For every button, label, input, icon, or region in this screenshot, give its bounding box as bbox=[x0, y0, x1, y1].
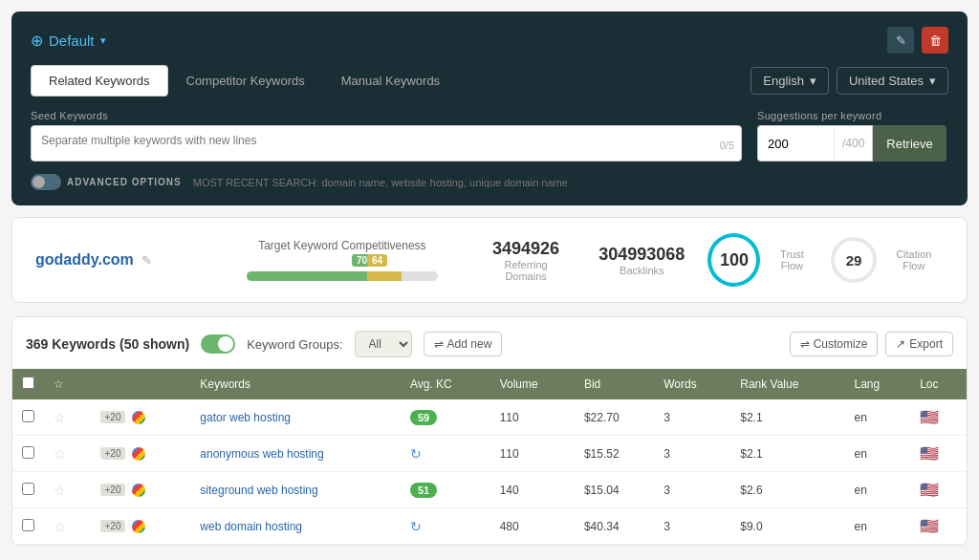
seed-counter: 0/5 bbox=[720, 140, 734, 151]
row-bid-cell: $40.34 bbox=[575, 508, 654, 545]
keyword-link[interactable]: anonymous web hosting bbox=[200, 447, 323, 461]
avg-kc-badge: 51 bbox=[410, 483, 437, 498]
row-loc-cell: 🇺🇸 bbox=[910, 508, 967, 545]
suggestions-label: Suggestions per keyword bbox=[757, 110, 948, 121]
row-lang-cell: en bbox=[845, 399, 911, 436]
citation-flow-label: Citation Flow bbox=[884, 248, 944, 271]
keyword-link[interactable]: gator web hosting bbox=[200, 411, 291, 424]
language-caret: ▾ bbox=[810, 74, 816, 88]
tab-manual-keywords[interactable]: Manual Keywords bbox=[323, 65, 458, 97]
header-loc: Loc bbox=[910, 369, 967, 399]
default-label: Default bbox=[49, 32, 95, 49]
star-icon[interactable]: ☆ bbox=[54, 410, 66, 425]
domain-panel: godaddy.com ✎ Target Keyword Competitive… bbox=[11, 217, 968, 303]
row-bid-cell: $15.04 bbox=[575, 472, 654, 508]
add-new-button[interactable]: ⇌ Add new bbox=[424, 332, 503, 356]
row-checkbox[interactable] bbox=[22, 446, 34, 459]
default-menu-button[interactable]: ⊕ Default ▾ bbox=[31, 32, 106, 50]
header-rank-value: Rank Value bbox=[730, 369, 844, 399]
country-selector[interactable]: United States ▾ bbox=[837, 67, 948, 95]
customize-label: Customize bbox=[814, 337, 868, 351]
row-checkbox[interactable] bbox=[22, 410, 34, 422]
keyword-groups-select[interactable]: All bbox=[355, 331, 412, 357]
row-lang-cell: en bbox=[845, 508, 911, 545]
tab-related-keywords[interactable]: Related Keywords bbox=[31, 65, 168, 97]
row-loc-cell: 🇺🇸 bbox=[910, 472, 967, 508]
domain-name: godaddy.com bbox=[35, 251, 134, 269]
row-volume-cell: 110 bbox=[490, 436, 575, 472]
row-checkbox[interactable] bbox=[22, 519, 34, 531]
header-actions: ✎ 🗑 bbox=[887, 27, 948, 54]
trust-flow-value: 100 bbox=[720, 250, 749, 270]
flag-icon: 🇺🇸 bbox=[920, 409, 939, 425]
suggestions-max: /400 bbox=[834, 125, 873, 162]
trust-flow-metric: 100 Trust Flow bbox=[707, 233, 816, 287]
seed-keywords-label: Seed Keywords bbox=[31, 110, 742, 121]
citation-flow-circle: 29 bbox=[831, 237, 876, 283]
keywords-count: 369 Keywords (50 shown) bbox=[26, 336, 189, 352]
backlinks-label: Backlinks bbox=[598, 265, 685, 276]
domain-edit-icon[interactable]: ✎ bbox=[141, 253, 152, 268]
select-all-checkbox[interactable] bbox=[22, 377, 34, 389]
add-new-icon: ⇌ bbox=[434, 337, 444, 351]
tag-badge: +20 bbox=[100, 447, 126, 460]
row-keyword-cell: siteground web hosting bbox=[190, 472, 401, 508]
row-words-cell: 3 bbox=[654, 399, 730, 436]
star-icon[interactable]: ☆ bbox=[54, 519, 66, 534]
row-rank-value-cell: $2.6 bbox=[730, 472, 844, 508]
retrieve-button[interactable]: Retrieve bbox=[873, 125, 946, 162]
edit-button[interactable]: ✎ bbox=[887, 27, 914, 54]
seed-keywords-input[interactable] bbox=[31, 125, 742, 162]
language-selector[interactable]: English ▾ bbox=[751, 67, 829, 95]
row-words-cell: 3 bbox=[654, 472, 730, 508]
keywords-table: ☆ Keywords Avg. KC Volume Bid Words Rank… bbox=[12, 369, 967, 545]
tab-competitor-keywords[interactable]: Competitor Keywords bbox=[168, 65, 323, 97]
flow-section: 100 Trust Flow 29 Citation Flow bbox=[707, 233, 944, 287]
advanced-toggle[interactable] bbox=[31, 174, 61, 190]
citation-flow-metric: 29 Citation Flow bbox=[831, 237, 944, 283]
keywords-section: 369 Keywords (50 shown) Keyword Groups: … bbox=[11, 316, 968, 546]
row-checkbox[interactable] bbox=[22, 483, 34, 495]
row-star-cell: ☆ bbox=[44, 472, 91, 508]
row-checkbox-cell bbox=[12, 508, 44, 545]
header-bid: Bid bbox=[575, 369, 654, 399]
suggestions-input[interactable] bbox=[757, 125, 834, 162]
row-tags-cell: +20 bbox=[91, 508, 191, 545]
referring-domains-label: Referring Domains bbox=[484, 259, 568, 282]
tabs-row: Related Keywords Competitor Keywords Man… bbox=[31, 65, 948, 97]
keyword-link[interactable]: web domain hosting bbox=[200, 520, 302, 533]
header-keywords: Keywords bbox=[190, 369, 401, 399]
export-label: Export bbox=[909, 337, 943, 351]
delete-button[interactable]: 🗑 bbox=[922, 27, 948, 54]
backlinks-metric: 304993068 Backlinks bbox=[598, 245, 685, 276]
table-row: ☆ +20 siteground web hosting 51 140 $15.… bbox=[12, 472, 967, 508]
tag-badge: +20 bbox=[100, 484, 126, 496]
row-words-cell: 3 bbox=[654, 508, 730, 545]
keyword-groups-label: Keyword Groups: bbox=[247, 337, 342, 352]
row-rank-value-cell: $2.1 bbox=[730, 399, 844, 436]
google-icon[interactable] bbox=[132, 484, 145, 497]
row-volume-cell: 480 bbox=[490, 508, 575, 545]
google-icon[interactable] bbox=[132, 411, 145, 424]
comp-bar-green bbox=[247, 271, 367, 281]
row-lang-cell: en bbox=[845, 436, 911, 472]
row-avg-kc-cell: ↻ bbox=[401, 436, 490, 472]
row-words-cell: 3 bbox=[654, 436, 730, 472]
customize-icon: ⇌ bbox=[800, 337, 810, 351]
customize-button[interactable]: ⇌ Customize bbox=[790, 332, 879, 356]
advanced-toggle-wrap: ADVANCED OPTIONS bbox=[31, 174, 182, 190]
referring-domains-value: 3494926 bbox=[484, 239, 568, 259]
google-icon[interactable] bbox=[132, 520, 145, 533]
row-checkbox-cell bbox=[12, 472, 44, 508]
keywords-toggle[interactable] bbox=[201, 334, 235, 354]
table-row: ☆ +20 gator web hosting 59 110 $22.70 3 … bbox=[12, 399, 967, 436]
row-avg-kc-cell: 59 bbox=[401, 399, 490, 436]
google-icon[interactable] bbox=[132, 447, 145, 461]
recent-search: MOST RECENT SEARCH: domain name, website… bbox=[193, 177, 568, 188]
tag-badge: +20 bbox=[100, 520, 126, 532]
star-icon[interactable]: ☆ bbox=[54, 483, 66, 498]
keyword-link[interactable]: siteground web hosting bbox=[200, 484, 317, 497]
star-icon[interactable]: ☆ bbox=[54, 446, 66, 462]
avg-kc-refresh-icon: ↻ bbox=[410, 519, 422, 534]
export-button[interactable]: ↗ Export bbox=[885, 332, 953, 356]
